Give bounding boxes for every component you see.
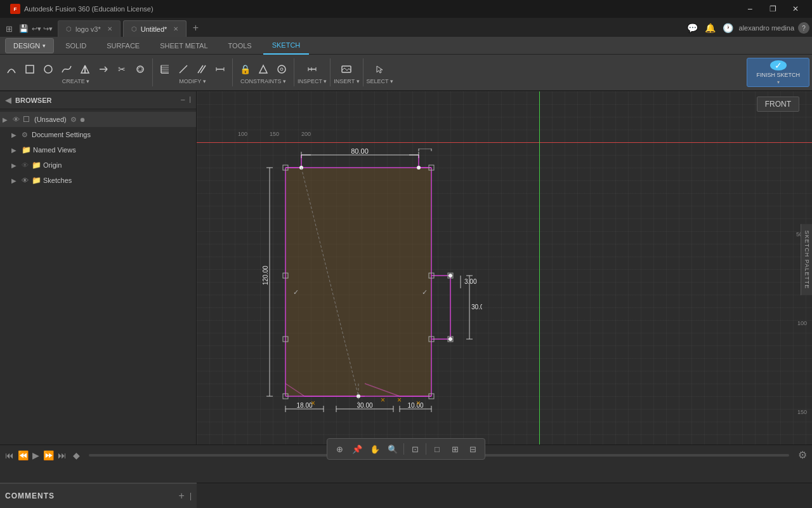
tab-sheet-metal[interactable]: SHEET METAL (151, 37, 216, 55)
tree-origin[interactable]: ▶ 👁 📁 Origin (0, 157, 196, 173)
restore-btn[interactable]: ❐ (761, 0, 784, 18)
dimension-btn[interactable] (211, 60, 229, 78)
svg-text:3.00: 3.00 (464, 278, 477, 285)
browser-panel: ◀ BROWSER − | ▶ 👁 ☐ (Unsaved) ⚙ ⏺ ▶ ⚙ (0, 91, 197, 465)
anim-play[interactable]: ▶ (32, 450, 39, 460)
anim-settings-btn[interactable]: ⚙ (798, 449, 807, 461)
constraints-label[interactable]: CONSTRAINTS ▾ (240, 78, 286, 84)
extend-btn[interactable] (95, 60, 112, 78)
offset-btn[interactable] (131, 60, 149, 78)
keyframe-icon[interactable]: ◆ (73, 450, 80, 460)
tab-sketch[interactable]: SKETCH (263, 37, 310, 55)
origin-eye-icon[interactable]: 👁 (22, 161, 30, 169)
sketch-svg: 80.00 50 3.00 120.00 30.00 18.00 (254, 149, 482, 415)
anim-prev[interactable]: ⏪ (18, 450, 29, 460)
root-record-icon[interactable]: ⏺ (79, 116, 86, 123)
ruler-mark-150r: 150 (797, 409, 807, 415)
sketches-eye-icon[interactable]: 👁 (22, 177, 30, 184)
tab-logo-close[interactable]: ✕ (107, 25, 112, 32)
undo-btn[interactable]: ↩▾ (32, 25, 41, 33)
clock-icon[interactable]: 🕐 (721, 21, 735, 35)
select-group: SELECT ▾ (367, 60, 393, 84)
comments-pin-btn[interactable]: | (190, 491, 192, 500)
comment-icon[interactable]: 💬 (686, 21, 700, 35)
pan-btn[interactable]: ✋ (367, 441, 383, 457)
parallel-btn[interactable] (193, 60, 211, 78)
green-line-vertical (539, 91, 540, 465)
circle-btn[interactable] (39, 60, 57, 78)
sep4 (330, 58, 331, 86)
browser-back-icon[interactable]: ◀ (5, 95, 11, 105)
mirror-btn[interactable] (76, 60, 94, 78)
minimize-btn[interactable]: − (738, 0, 761, 18)
snap-grid-btn[interactable]: ⊟ (464, 441, 481, 457)
trim-btn[interactable]: ✂ (113, 60, 131, 78)
help-btn[interactable]: ? (798, 22, 809, 34)
browser-pin-icon[interactable]: | (189, 95, 191, 105)
tab-surface[interactable]: SURFACE (98, 37, 148, 55)
design-btn[interactable]: DESIGN ▾ (5, 38, 54, 53)
svg-rect-44 (286, 168, 431, 396)
rect-btn[interactable] (21, 60, 39, 78)
root-settings-icon[interactable]: ⚙ (70, 116, 77, 124)
modify-label[interactable]: MODIFY ▾ (179, 78, 206, 84)
arc-btn[interactable] (3, 60, 20, 78)
tab-logo[interactable]: ⬡ logo v3* ✕ (58, 20, 121, 37)
sketches-expand: ▶ (11, 177, 20, 184)
select-btn[interactable] (371, 60, 389, 78)
tree-root[interactable]: ▶ 👁 ☐ (Unsaved) ⚙ ⏺ (0, 112, 196, 127)
finish-sketch-btn[interactable]: ✓ FINISH SKETCH ▾ (747, 58, 809, 87)
snap-view-btn[interactable]: ⊕ (331, 441, 348, 457)
save-btn[interactable]: 💾 (17, 22, 30, 35)
insert-label[interactable]: INSERT ▾ (334, 78, 359, 84)
root-eye-icon[interactable]: 👁 (13, 116, 22, 123)
tab-solid[interactable]: SOLID (56, 37, 95, 55)
tab-add-btn[interactable]: + (188, 20, 203, 36)
user-name[interactable]: alexandro medina (739, 24, 794, 32)
grid-btn[interactable]: ⊞ (447, 441, 463, 457)
constraints-group: 🔒 CONSTRAINTS ▾ (236, 60, 291, 84)
tree-named-views[interactable]: ▶ 📁 Named Views (0, 142, 196, 157)
svg-text:120.00: 120.00 (262, 265, 269, 285)
notifications-icon[interactable]: 🔔 (704, 21, 717, 35)
triangle-btn[interactable] (254, 60, 272, 78)
concentric-btn[interactable] (273, 60, 291, 78)
select-label[interactable]: SELECT ▾ (367, 78, 393, 84)
sketch-palette-tab[interactable]: SKETCH PALETTE (801, 224, 812, 295)
pin-view-btn[interactable]: 📌 (349, 441, 365, 457)
browser-collapse-icon[interactable]: − (181, 95, 186, 105)
spline-btn[interactable] (58, 60, 75, 78)
tab-tools[interactable]: TOOLS (219, 37, 261, 55)
comments-label: COMMENTS (5, 491, 55, 500)
hatch-btn[interactable] (156, 60, 174, 78)
line-btn[interactable] (174, 60, 192, 78)
doc-settings-expand: ▶ (11, 131, 20, 138)
root-doc-icon: ☐ (23, 115, 33, 124)
tab-untitled-close[interactable]: ✕ (173, 25, 178, 32)
create-label[interactable]: CREATE ▾ (62, 78, 89, 84)
svg-line-16 (198, 65, 203, 73)
orbit-btn[interactable]: 🔍 (384, 441, 401, 457)
svg-line-17 (200, 65, 206, 73)
canvas[interactable]: 100 150 200 50 100 150 FRONT SKETCH PALE… (197, 91, 812, 465)
tree-doc-settings[interactable]: ▶ ⚙ Document Settings (0, 127, 196, 142)
image-insert-btn[interactable] (337, 60, 355, 78)
comments-add-btn[interactable]: + (179, 490, 185, 502)
modify-group: MODIFY ▾ (156, 60, 229, 84)
inspect-label[interactable]: INSPECT ▾ (298, 78, 327, 84)
close-btn[interactable]: ✕ (784, 0, 807, 18)
anim-back-start[interactable]: ⏮ (5, 450, 14, 460)
svg-point-1 (44, 65, 52, 73)
redo-btn[interactable]: ↪▾ (43, 25, 53, 33)
svg-line-15 (180, 65, 187, 73)
measure-btn[interactable] (303, 60, 321, 78)
app-menu-icon[interactable]: ⊞ (3, 22, 15, 35)
zoom-btn[interactable]: ⊡ (407, 441, 423, 457)
lock-btn[interactable]: 🔒 (236, 60, 254, 78)
app-title: Autodesk Fusion 360 (Education License) (24, 5, 154, 13)
anim-next[interactable]: ⏩ (43, 450, 54, 460)
anim-end[interactable]: ⏭ (58, 450, 67, 460)
tab-untitled[interactable]: ⬡ Untitled* ✕ (123, 20, 187, 37)
display-btn[interactable]: □ (429, 441, 445, 457)
tree-sketches[interactable]: ▶ 👁 📁 Sketches (0, 173, 196, 188)
